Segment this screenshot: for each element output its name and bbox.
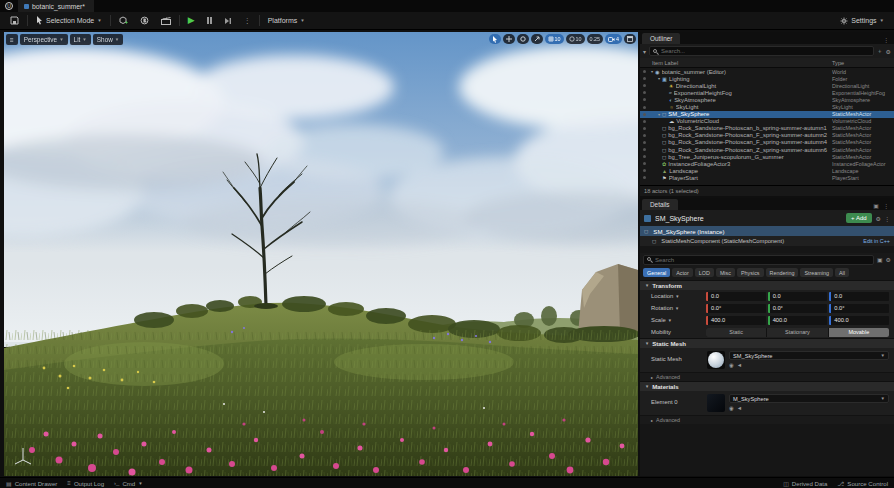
outliner-row[interactable]: ◐SkyAtmosphereSkyAtmosphere <box>640 96 894 103</box>
lock-icon[interactable]: ▣ <box>873 202 879 209</box>
section-materials[interactable]: ▼ Materials <box>640 381 894 391</box>
outliner-row[interactable]: ⚑PlayerStartPlayerStart <box>640 174 894 181</box>
filter-chip-all[interactable]: All <box>835 268 849 277</box>
filter-chip-lod[interactable]: LOD <box>695 268 714 277</box>
outliner-row[interactable]: ✿InstancedFoliageActor3InstancedFoliageA… <box>640 160 894 167</box>
outliner-filter-dropdown[interactable]: ▾ <box>643 48 646 55</box>
rotation-y-field[interactable]: 0.0° <box>768 304 828 313</box>
visibility-eye-icon[interactable] <box>640 70 649 73</box>
component-row-instance[interactable]: ◻ SM_SkySphere (Instance) <box>640 226 894 236</box>
perspective-dropdown[interactable]: Perspective ▼ <box>20 34 68 45</box>
scale-z-field[interactable]: 400.0 <box>829 316 889 325</box>
add-component-button[interactable]: + Add <box>846 213 872 223</box>
grid-snap-button[interactable]: 10 <box>545 34 564 44</box>
viewport-3d[interactable]: ≡ Perspective ▼ Lit ▼ Show ▼ <box>4 32 638 476</box>
skip-button[interactable] <box>220 14 236 27</box>
outliner-row[interactable]: ≈ExponentialHeightFogExponentialHeightFo… <box>640 89 894 96</box>
move-tool-button[interactable] <box>503 34 515 44</box>
material-thumbnail[interactable] <box>707 394 725 412</box>
use-selected-asset-icon[interactable]: ◄ <box>737 405 742 411</box>
visibility-eye-icon[interactable] <box>640 169 649 172</box>
kebab-icon[interactable]: ⋮ <box>883 36 889 43</box>
outliner-row[interactable]: ◻bg_Rock_Sandstone-Photoscan_b_spring-su… <box>640 125 894 132</box>
rotation-label[interactable]: Rotation▼ <box>651 305 703 311</box>
kebab-icon[interactable]: ⋮ <box>884 215 890 222</box>
filter-chip-rendering[interactable]: Rendering <box>766 268 799 277</box>
view-mode-dropdown[interactable]: Lit ▼ <box>70 34 91 45</box>
select-tool-button[interactable] <box>489 34 501 44</box>
visibility-eye-icon[interactable] <box>640 98 649 101</box>
rotate-tool-button[interactable] <box>517 34 529 44</box>
scale-snap-button[interactable]: 0.25 <box>587 34 604 44</box>
location-x-field[interactable]: 0.0 <box>706 292 766 301</box>
derived-data-button[interactable]: ◫ Derived Data <box>783 480 827 487</box>
details-search-input[interactable] <box>655 257 870 263</box>
visibility-eye-icon[interactable] <box>640 155 649 158</box>
outliner-settings-icon[interactable]: ⚙ <box>886 48 891 55</box>
visibility-eye-icon[interactable] <box>640 77 649 80</box>
filter-chip-streaming[interactable]: Streaming <box>800 268 833 277</box>
column-item-label[interactable]: Item Label <box>652 60 832 66</box>
visibility-eye-icon[interactable] <box>640 84 649 87</box>
mobility-option-stationary[interactable]: Stationary <box>767 328 828 337</box>
advanced-expander[interactable]: ▸ Advanced <box>640 372 894 381</box>
visibility-eye-icon[interactable] <box>640 120 649 123</box>
outliner-row[interactable]: ◻bg_Rock_Sandstone-Photoscan_Z_spring-su… <box>640 146 894 153</box>
outliner-row[interactable]: ▾◻SM_SkySphereStaticMeshActor <box>640 111 894 118</box>
platforms-dropdown[interactable]: Platforms ▼ <box>264 14 309 27</box>
use-selected-asset-icon[interactable]: ◄ <box>737 362 742 368</box>
content-drawer-button[interactable]: ▤ Content Drawer <box>6 480 57 487</box>
section-static-mesh[interactable]: ▼ Static Mesh <box>640 338 894 348</box>
filter-chip-misc[interactable]: Misc <box>716 268 735 277</box>
static-mesh-asset-dropdown[interactable]: SM_SkySphere ▼ <box>729 351 889 360</box>
filter-chip-general[interactable]: General <box>643 268 670 277</box>
visibility-eye-icon[interactable] <box>640 113 649 116</box>
visibility-eye-icon[interactable] <box>640 176 649 179</box>
outliner-row[interactable]: ▾◉botanic_summer (Editor)World <box>640 68 894 75</box>
visibility-eye-icon[interactable] <box>640 141 649 144</box>
details-view-options-icon[interactable]: ▣ <box>877 256 883 263</box>
mobility-option-movable[interactable]: Movable <box>829 328 889 337</box>
quick-add-button[interactable] <box>115 14 132 27</box>
visibility-eye-icon[interactable] <box>640 127 649 130</box>
visibility-eye-icon[interactable] <box>640 91 649 94</box>
outliner-row[interactable]: ◻bg_Rock_Sandstone-Photoscan_F_spring-su… <box>640 132 894 139</box>
location-y-field[interactable]: 0.0 <box>768 292 828 301</box>
blueprints-button[interactable] <box>136 14 153 27</box>
play-options-button[interactable]: ⋮ <box>240 14 255 27</box>
kebab-icon[interactable]: ⋮ <box>883 202 889 209</box>
show-dropdown[interactable]: Show ▼ <box>93 34 123 45</box>
edit-in-cpp-link[interactable]: Edit in C++ <box>863 238 890 244</box>
visibility-eye-icon[interactable] <box>640 162 649 165</box>
camera-speed-button[interactable]: 4 <box>605 34 622 44</box>
advanced-expander[interactable]: ▸ Advanced <box>640 415 894 424</box>
material-asset-dropdown[interactable]: M_SkySphere ▼ <box>729 394 889 403</box>
static-mesh-thumbnail[interactable] <box>707 351 725 369</box>
rotation-x-field[interactable]: 0.0° <box>706 304 766 313</box>
save-button[interactable] <box>6 14 23 27</box>
outliner-row[interactable]: ◻bg_Tree_Juniperus-scopulorum_G_summerSt… <box>640 153 894 160</box>
visibility-eye-icon[interactable] <box>640 148 649 151</box>
visibility-eye-icon[interactable] <box>640 134 649 137</box>
scale-x-field[interactable]: 400.0 <box>706 316 766 325</box>
source-control-button[interactable]: ⎇ Source Control <box>837 480 888 487</box>
outliner-row[interactable]: ◻bg_Rock_Sandstone-Photoscan_F_spring-su… <box>640 139 894 146</box>
play-button[interactable]: ▶ <box>184 14 199 27</box>
gear-icon[interactable]: ⚙ <box>876 215 881 222</box>
output-log-button[interactable]: ≡ Output Log <box>67 480 104 487</box>
tab-details[interactable]: Details <box>642 199 678 210</box>
outliner-row[interactable]: ▲LandscapeLandscape <box>640 167 894 174</box>
location-label[interactable]: Location▼ <box>651 293 703 299</box>
browse-to-asset-icon[interactable]: ◉ <box>729 405 734 411</box>
filter-chip-physics[interactable]: Physics <box>737 268 764 277</box>
scale-label[interactable]: Scale▼ <box>651 317 703 323</box>
editor-mode-dropdown[interactable]: Selection Mode ▼ <box>32 14 106 27</box>
cinematics-button[interactable] <box>157 14 175 27</box>
scale-tool-button[interactable] <box>531 34 543 44</box>
mobility-option-static[interactable]: Static <box>706 328 767 337</box>
pause-button[interactable] <box>203 14 216 27</box>
settings-dropdown[interactable]: Settings ▼ <box>836 14 888 27</box>
visibility-eye-icon[interactable] <box>640 106 649 109</box>
viewport-options-button[interactable]: ≡ <box>6 34 18 45</box>
level-tab[interactable]: botanic_summer* <box>18 0 94 12</box>
